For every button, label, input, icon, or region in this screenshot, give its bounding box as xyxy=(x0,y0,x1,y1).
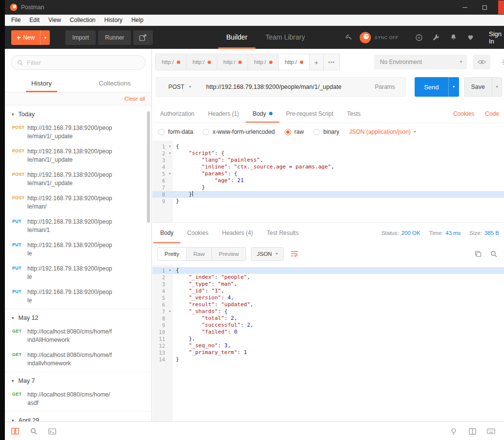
copy-response-button[interactable] xyxy=(475,251,482,257)
menu-collection[interactable]: Collection xyxy=(65,15,100,25)
request-tab-tests[interactable]: Tests xyxy=(340,105,367,123)
two-pane-view-button[interactable] xyxy=(465,422,480,440)
shortcuts-button[interactable] xyxy=(483,422,498,440)
history-item[interactable]: POSThttp://192.168.79.138:9200/people/ma… xyxy=(5,191,151,215)
request-tab[interactable]: http:/ xyxy=(248,54,279,70)
history-date-header[interactable]: ▾April 29 xyxy=(5,412,151,421)
clear-all-link[interactable]: Clear all xyxy=(125,96,145,102)
console-button[interactable] xyxy=(45,422,60,440)
response-tab-test-results[interactable]: Test Results xyxy=(260,223,305,243)
more-tabs-button[interactable]: ••• xyxy=(323,54,340,70)
response-tab-cookies[interactable]: Cookies xyxy=(180,223,215,243)
view-preview[interactable]: Preview xyxy=(211,247,246,261)
sidebar-toggle-button[interactable] xyxy=(8,422,22,440)
sign-in-button[interactable]: Sign In xyxy=(489,26,504,49)
response-tab-headers-4[interactable]: Headers (4) xyxy=(215,223,260,243)
history-item[interactable]: POSThttp://192.168.79.138:9200/people/ma… xyxy=(5,145,151,168)
environment-preview-button[interactable] xyxy=(473,55,490,69)
history-item[interactable]: PUThttp://192.168.79.138:9200/people xyxy=(5,285,151,309)
view-pretty[interactable]: Pretty xyxy=(157,247,187,261)
body-mode-form-data[interactable]: form-data xyxy=(158,128,193,135)
request-tab-authorization[interactable]: Authorization xyxy=(153,105,201,123)
request-tab[interactable]: http:/ xyxy=(155,54,187,70)
heart-icon[interactable] xyxy=(464,26,476,49)
global-search-button[interactable] xyxy=(26,422,41,440)
view-raw[interactable]: Raw xyxy=(186,247,212,261)
environment-select[interactable]: No Environment ▾ xyxy=(374,55,467,69)
method-select[interactable]: POST ▾ xyxy=(156,84,203,90)
history-date-header[interactable]: ▾May 7 xyxy=(5,372,151,388)
sidebar-tab-history[interactable]: History xyxy=(5,75,78,92)
request-tab-pre-request-script[interactable]: Pre-request Script xyxy=(279,105,340,123)
search-response-button[interactable] xyxy=(490,251,497,257)
maximize-button[interactable] xyxy=(475,0,494,15)
open-new-window-button[interactable] xyxy=(133,30,153,45)
request-tab-headers-1[interactable]: Headers (1) xyxy=(201,105,246,123)
fold-icon[interactable]: ▾ xyxy=(167,267,173,274)
help-ring-icon[interactable] xyxy=(413,26,425,49)
sidebar-tab-collections[interactable]: Collections xyxy=(78,75,151,92)
environment-settings-button[interactable] xyxy=(496,55,504,69)
fold-icon[interactable]: ▾ xyxy=(167,308,173,315)
tab-builder[interactable]: Builder xyxy=(218,26,255,49)
filter-input[interactable] xyxy=(27,59,139,66)
fold-icon[interactable]: ▾ xyxy=(167,143,173,150)
new-dropdown-button[interactable]: ▾ xyxy=(40,30,50,45)
request-links: Cookies Code xyxy=(453,105,499,123)
history-item[interactable]: GEThttp://localhost:8080/cms/home/findAl… xyxy=(5,325,151,348)
menu-view[interactable]: View xyxy=(44,15,65,25)
send-dropdown-button[interactable]: ▾ xyxy=(448,77,459,97)
scrollbar-thumb[interactable] xyxy=(147,111,150,223)
response-editor[interactable]: 1▾{2 "_index": "people",3 "_type": "man"… xyxy=(152,265,504,421)
request-tab[interactable]: http:/ xyxy=(217,54,248,70)
request-tab-body[interactable]: Body xyxy=(246,105,279,123)
interceptor-satellite-icon[interactable] xyxy=(343,26,355,49)
tab-team-library[interactable]: Team Library xyxy=(262,26,309,49)
history-item[interactable]: PUThttp://192.168.79.138:9200/people xyxy=(5,262,151,285)
code-link[interactable]: Code xyxy=(485,110,499,117)
body-mode-raw[interactable]: raw xyxy=(285,128,304,135)
history-item[interactable]: PUThttp://192.168.79.138:9200/people/man… xyxy=(5,215,151,238)
menu-file[interactable]: File xyxy=(7,15,25,25)
history-item[interactable]: GEThttp://localhost:8080/cms/home/asdf xyxy=(5,388,151,411)
history-date-header[interactable]: ▾Today xyxy=(5,105,151,121)
send-button[interactable]: Send ▾ xyxy=(415,77,459,97)
menu-edit[interactable]: Edit xyxy=(25,15,44,25)
minimize-button[interactable] xyxy=(455,0,475,15)
body-mode-x-www-form-urlencoded[interactable]: x-www-form-urlencoded xyxy=(203,128,274,135)
menu-history[interactable]: History xyxy=(100,15,127,25)
close-button[interactable] xyxy=(498,0,504,14)
wrap-text-button[interactable] xyxy=(291,251,298,257)
fold-icon[interactable]: ▾ xyxy=(167,170,173,177)
method-badge: POST xyxy=(12,125,24,130)
help-button[interactable] xyxy=(446,422,461,440)
body-mode-binary[interactable]: binary xyxy=(314,128,339,135)
wrench-icon[interactable] xyxy=(430,26,442,49)
params-button[interactable]: Params xyxy=(364,84,405,90)
request-tab[interactable]: http:/ xyxy=(278,54,310,70)
add-tab-button[interactable]: + xyxy=(309,54,324,70)
history-item[interactable]: POSThttp://192.168.79.138:9200/people/ma… xyxy=(5,168,151,191)
bell-icon[interactable] xyxy=(447,26,459,49)
save-button[interactable]: Save ▾ xyxy=(464,77,503,97)
response-tab-body[interactable]: Body xyxy=(153,223,180,243)
filter-box[interactable] xyxy=(11,55,146,70)
sync-logo-icon[interactable] xyxy=(358,26,373,49)
history-item[interactable]: POSThttp://192.168.79.138:9200/people/ma… xyxy=(5,121,151,145)
url-input[interactable] xyxy=(203,84,364,90)
new-button[interactable]: +New ▾ xyxy=(11,30,50,45)
request-editor[interactable]: 1▾{2▾ "script": {3 "lang": "painless",4 … xyxy=(152,141,504,222)
cookies-link[interactable]: Cookies xyxy=(453,110,474,117)
request-tab[interactable]: http:/ xyxy=(186,54,217,70)
history-item[interactable]: GEThttp://localhost:8080/cms/home/findal… xyxy=(5,348,151,372)
runner-button[interactable]: Runner xyxy=(98,30,131,45)
import-button[interactable]: Import xyxy=(65,30,96,45)
save-dropdown-button[interactable]: ▾ xyxy=(492,78,502,96)
content-type-select[interactable]: JSON (application/json) ▾ xyxy=(349,128,416,135)
fold-icon[interactable]: ▾ xyxy=(167,150,173,157)
history-item[interactable]: PUThttp://192.168.79.138:9200/people xyxy=(5,238,151,262)
response-format-select[interactable]: JSON ▾ xyxy=(251,247,284,261)
menu-help[interactable]: Help xyxy=(127,15,148,25)
history-date-header[interactable]: ▾May 12 xyxy=(5,309,151,325)
chevron-down-icon: ▾ xyxy=(453,85,455,89)
